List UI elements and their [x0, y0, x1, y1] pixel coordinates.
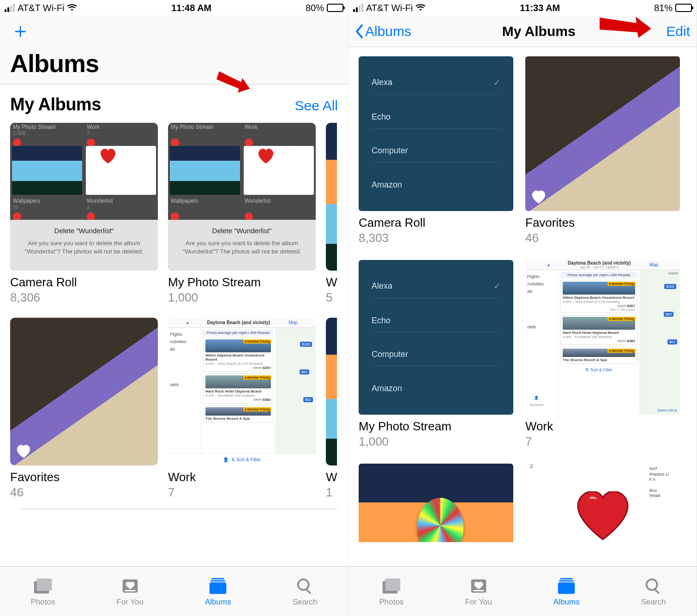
svg-rect-7 — [210, 582, 226, 594]
svg-rect-16 — [559, 580, 574, 581]
page-title: Albums — [10, 41, 338, 78]
album-count: 1,000 — [359, 435, 513, 449]
album-name: Camera Roll — [359, 216, 513, 230]
album-count: 1,000 — [168, 290, 316, 305]
back-button[interactable]: Albums — [355, 24, 411, 39]
album-name: W — [326, 275, 337, 290]
tab-label: Albums — [205, 598, 231, 607]
album-thumbnail — [326, 123, 337, 271]
album-my-photo-stream[interactable]: My Photo Stream Work Wallpapers Wunderli… — [168, 123, 316, 305]
album-thumbnail: 61 Memorial Medical Parkway, Ste. Center… — [525, 464, 680, 542]
svg-rect-12 — [385, 578, 401, 591]
tab-label: Photos — [30, 598, 55, 607]
album-count: 7 — [525, 435, 680, 449]
album-count: 1 — [326, 485, 337, 500]
album-wallpapers[interactable] — [359, 464, 513, 542]
battery-pct: 80% — [306, 3, 324, 13]
tab-foryou[interactable]: For You — [465, 576, 492, 607]
nav-title: My Albums — [502, 24, 576, 39]
wifi-icon — [67, 3, 77, 13]
svg-marker-10 — [600, 17, 651, 38]
albums-icon — [556, 576, 577, 596]
carrier-label: AT&T Wi-Fi — [366, 3, 413, 13]
add-album-button[interactable]: ＋ — [10, 16, 338, 41]
section-title: My Albums — [10, 95, 101, 115]
phone-right: AT&T Wi-Fi 11:33 AM 81% Albums My Albums… — [348, 0, 697, 616]
svg-rect-2 — [37, 578, 52, 591]
chevron-left-icon — [355, 24, 364, 39]
svg-rect-17 — [558, 582, 575, 594]
tab-photos[interactable]: Photos — [30, 576, 55, 607]
album-thumbnail: My Photo Stream Work Wallpapers Wunderli… — [168, 123, 316, 271]
tab-search[interactable]: Search — [641, 576, 666, 607]
album-favorites[interactable]: Favorites 46 — [10, 318, 158, 500]
album-count: 5 — [326, 290, 337, 305]
heart-icon — [531, 190, 547, 205]
album-name: Favorites — [10, 470, 158, 484]
edit-button[interactable]: Edit — [666, 24, 690, 39]
back-label: Albums — [365, 24, 411, 39]
tab-albums[interactable]: Albums — [553, 576, 580, 607]
album-name: Camera Roll — [10, 275, 158, 290]
header: ＋ Albums — [0, 16, 348, 85]
foryou-icon — [120, 576, 141, 596]
svg-rect-4 — [125, 590, 135, 591]
album-count: 8,303 — [359, 231, 513, 245]
tab-bar: Photos For You Albums Search — [348, 566, 697, 616]
album-thumbnail: Alexa✓ Echo Computer Amazon — [359, 260, 513, 415]
album-camera-roll[interactable]: My Photo Stream1,000 Work7 Wallpapers50 … — [10, 123, 158, 305]
tab-bar: Photos For You Albums Search — [0, 566, 348, 616]
tab-label: Search — [641, 598, 666, 607]
tab-label: Albums — [553, 598, 580, 607]
album-work[interactable]: ◂Daytona Beach (and vicinity)Map Flights… — [168, 318, 316, 500]
album-name: W — [326, 470, 337, 484]
tab-label: Photos — [379, 598, 403, 607]
album-name: Work — [168, 470, 316, 484]
status-bar: AT&T Wi-Fi 11:48 AM 80% — [0, 0, 348, 16]
album-wunderlist[interactable]: 61 Memorial Medical Parkway, Ste. Center… — [525, 464, 680, 542]
album-thumbnail — [10, 318, 158, 465]
tab-foryou[interactable]: For You — [116, 576, 144, 607]
tab-search[interactable]: Search — [293, 576, 318, 607]
section-header: My Albums See All — [0, 85, 348, 118]
heart-icon — [16, 444, 31, 460]
album-favorites[interactable]: Favorites 46 — [525, 56, 680, 245]
album-peek[interactable]: W 1 — [326, 318, 337, 500]
tab-label: For You — [116, 598, 144, 607]
album-camera-roll[interactable]: Alexa✓ Echo Computer Amazon Camera Roll … — [359, 56, 513, 245]
foryou-icon — [468, 576, 489, 596]
album-my-photo-stream[interactable]: Alexa✓ Echo Computer Amazon My Photo Str… — [359, 260, 513, 449]
album-thumbnail: ◂Daytona Beach (and vicinity)Map Flights… — [168, 318, 316, 465]
delete-dialog: Delete "Wunderlist" Are you sure you wan… — [10, 220, 158, 271]
annotation-arrow-icon — [208, 72, 272, 99]
tab-label: For You — [465, 598, 492, 607]
album-name: Favorites — [525, 216, 680, 230]
albums-scroll[interactable]: My Photo Stream1,000 Work7 Wallpapers50 … — [0, 118, 348, 566]
wifi-icon — [415, 3, 426, 13]
album-name: My Photo Stream — [359, 419, 513, 434]
carrier-label: AT&T Wi-Fi — [18, 3, 64, 13]
svg-rect-5 — [212, 578, 224, 579]
tab-photos[interactable]: Photos — [379, 576, 403, 607]
clock: 11:48 AM — [171, 3, 211, 13]
album-thumbnail: Alexa✓ Echo Computer Amazon — [359, 56, 513, 211]
album-name: Work — [525, 419, 680, 434]
album-work[interactable]: ◂Daytona Beach (and vicinity)Jun 16 – Ju… — [525, 260, 680, 449]
album-count: 7 — [168, 485, 316, 500]
photos-icon — [32, 576, 54, 596]
album-thumbnail — [326, 318, 337, 465]
albums-scroll[interactable]: Alexa✓ Echo Computer Amazon Camera Roll … — [348, 47, 697, 566]
svg-marker-0 — [215, 71, 252, 96]
svg-rect-9 — [306, 588, 311, 594]
phone-left: AT&T Wi-Fi 11:48 AM 80% ＋ Albums My Albu… — [0, 0, 348, 616]
heart-icon — [575, 491, 631, 542]
album-thumbnail: ◂Daytona Beach (and vicinity)Jun 16 – Ju… — [525, 260, 680, 415]
check-icon: ✓ — [493, 78, 500, 88]
see-all-link[interactable]: See All — [295, 98, 338, 114]
tab-albums[interactable]: Albums — [205, 576, 231, 607]
svg-point-8 — [298, 579, 308, 590]
album-count: 8,306 — [10, 290, 158, 305]
album-name: My Photo Stream — [168, 275, 316, 290]
album-peek[interactable]: W 5 — [326, 123, 337, 305]
search-icon — [294, 576, 316, 596]
